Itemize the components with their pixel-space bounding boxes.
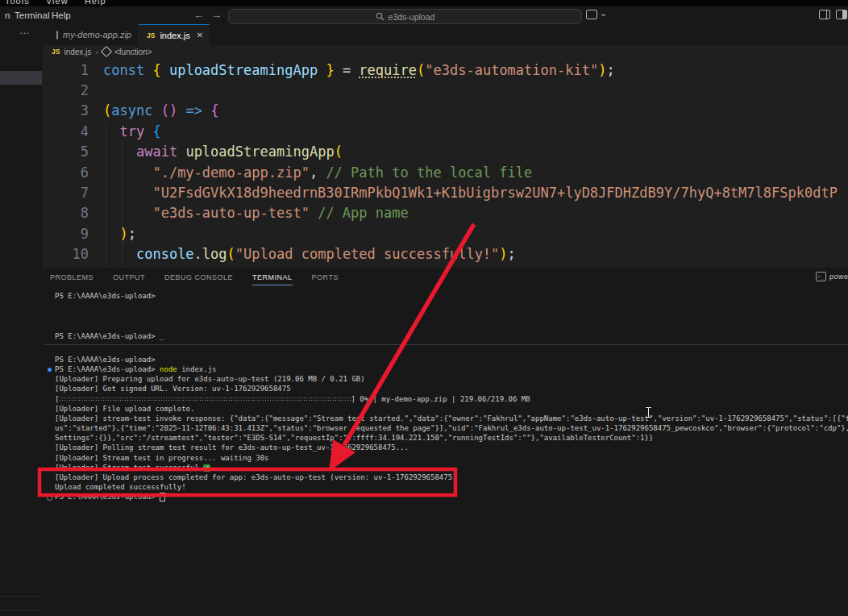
terminal-line: [Uploader] Preparing upload for e3ds-aut… [55,375,365,384]
code-line: 7 "U2FsdGVkX18d9heedrnB30IRmPkbQ1Wk1+K1b… [42,182,838,202]
tab-my-demo-app-zip[interactable]: my-demo-app.zip [48,24,139,45]
terminal-line: [Uploader] File upload complete. [55,405,194,414]
menu-bar: n Terminal Help ← → e3ds-upload ⌄ [0,6,848,24]
new-window-icon[interactable] [586,10,597,21]
line-number: 7 [42,185,89,201]
code-text: const { uploadStreamingApp } = require("… [103,62,615,78]
terminal-text: PS E:\AAAA\e3ds-upload> [55,332,160,340]
token [144,62,152,78]
token: "U2FsdGVkX18d9heedrnB30IRmPkbQ1Wk1+K1bUi… [152,185,838,201]
token: { [152,62,160,78]
tab-index-js[interactable]: JS index.js ✕ [139,24,210,45]
line-number: 5 [42,144,89,160]
sidebar-selected-item[interactable] [0,71,42,85]
breadcrumb-symbol[interactable]: <function> [114,48,152,56]
line-number: 8 [42,205,89,221]
terminal-line: [Uploader] stream-test invoke response: … [55,414,848,423]
close-icon[interactable]: ✕ [197,31,203,40]
terminal-line: [Uploader] Stream test successful ✓ [55,464,210,472]
line-number: 2 [42,82,89,98]
breadcrumb[interactable]: JS index.js › <function> [42,45,848,58]
code-line: 1const { uploadStreamingApp } = require(… [42,60,615,80]
token: ) [119,226,127,242]
more-actions-icon[interactable]: ⋯ [19,27,30,39]
terminal-text: [Uploader] Got signed URL. Version: uv-1… [55,385,291,393]
token [103,144,136,160]
tab-problems[interactable]: PROBLEMS [50,270,94,285]
token: ; [508,246,516,262]
terminal-text: index.js [177,365,217,373]
forward-icon[interactable]: → [211,9,222,21]
code-line: 6 "./my-demo-app.zip", // Path to the lo… [42,162,532,182]
terminal-line: [Uploader] Polling stream test result fo… [55,443,409,452]
menu-help[interactable]: Help [48,9,74,22]
token [202,102,210,119]
token: ( [103,102,111,119]
token: // Path to the local file [326,164,532,181]
terminal-divider [44,344,848,345]
token [103,123,119,139]
command-center-search[interactable]: e3ds-upload [228,9,582,24]
token: "Upload completed successfully!" [235,246,500,262]
line-number: 10 [42,246,89,262]
token: ( [417,62,425,78]
terminal-text: Upload completed successfully! [55,483,186,491]
token [152,102,160,119]
terminal-cursor-block [160,493,165,502]
chevron-down-icon[interactable]: ⌄ [600,8,607,19]
terminal-line: [Uploader] Stream test in progress... wa… [55,454,269,463]
terminal-text: us":"started"},{"time":"2025-11-12T06:43… [55,424,848,432]
sidebar-divider [0,610,42,611]
tab-ports[interactable]: PORTS [312,270,339,285]
terminal-line: us":"started"},{"time":"2025-11-12T06:43… [55,424,848,433]
back-icon[interactable]: ← [193,9,204,21]
tab-terminal[interactable]: TERMINAL [252,270,293,285]
tab-debug-console[interactable]: DEBUG CONSOLE [164,270,233,285]
menu-terminal[interactable]: Terminal [11,9,52,22]
terminal-shell-chip[interactable]: >_ powershell [816,272,848,281]
terminal-text: [Uploader] Preparing upload for e3ds-aut… [55,375,365,383]
split-editor-icon[interactable] [819,10,830,21]
symbol-function-icon [101,46,112,57]
line-number: 1 [42,62,89,78]
terminal-line: PS E:\AAAA\e3ds-upload> [55,356,156,364]
token: uploadStreamingApp [161,62,326,78]
token [177,102,185,119]
token: "e3ds-auto-up-test" [152,205,309,221]
code-line: 8 "e3ds-auto-up-test" // App name [42,203,409,223]
token: ) [598,62,606,78]
terminal-line: [Uploader] Upload process completed for … [55,473,457,482]
panel-tab-bar: PROBLEMS OUTPUT DEBUG CONSOLE TERMINAL P… [42,268,848,287]
token: console [136,246,194,262]
background-menu-fragments: Tools View Help [5,0,106,6]
code-text: "./my-demo-app.zip", // Path to the loca… [103,164,532,181]
code-text: "U2FsdGVkX18d9heedrnB30IRmPkbQ1Wk1+K1bUi… [103,185,838,201]
command-decoration-circle [47,495,52,501]
terminal-text: node [160,365,177,373]
code-text: (async () => { [103,102,218,119]
search-value: e3ds-upload [389,12,435,22]
code-editor[interactable]: 1const { uploadStreamingApp } = require(… [42,58,848,268]
command-decoration-dot [48,368,52,372]
terminal-line: PS E:\AAAA\e3ds-upload> node index.js [55,365,217,374]
code-text: ); [103,226,136,242]
layout-panel-icon[interactable] [836,10,847,21]
breadcrumb-file[interactable]: index.js [64,48,91,56]
token: { [152,123,160,139]
token: // App name [318,205,409,221]
token: ; [128,226,136,242]
line-number: 6 [42,164,89,181]
terminal-output[interactable]: PS E:\AAAA\e3ds-upload>PS E:\AAAA\e3ds-u… [42,287,848,616]
token: () [161,102,177,119]
terminal-text: [Uploader] Stream test successful [55,464,203,472]
file-icon [56,31,58,40]
sidebar-divider [0,596,42,597]
token: await [136,144,177,160]
tab-label: index.js [160,31,189,40]
tab-output[interactable]: OUTPUT [113,270,145,285]
background-window-strip: Tools View Help [0,0,848,6]
token: ) [499,246,507,262]
token: async [111,102,152,119]
check-mark-emoji: ✓ [203,464,210,472]
terminal-text: PS E:\AAAA\e3ds-upload> [55,365,160,373]
